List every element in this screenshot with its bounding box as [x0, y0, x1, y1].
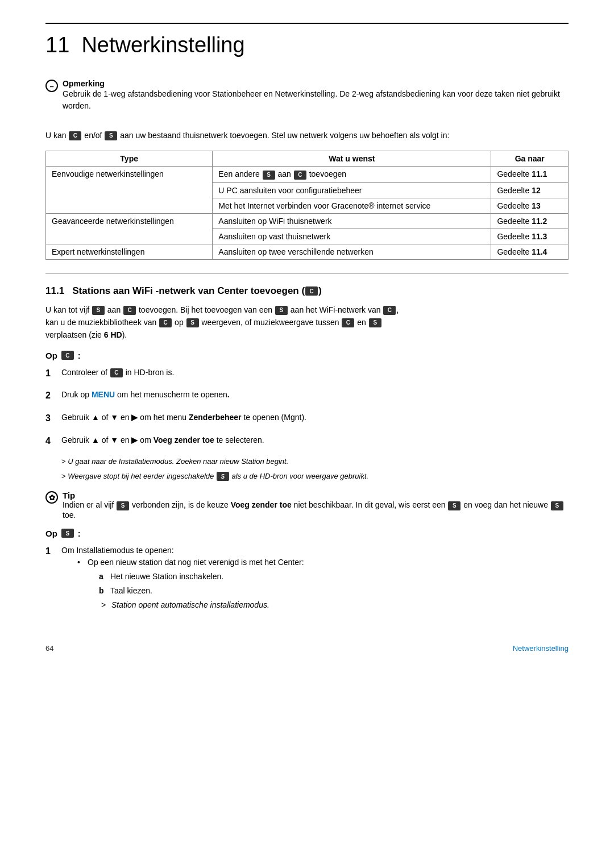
- section-11-1-title: 11.1 Stations aan WiFi -netwerk van Cent…: [45, 285, 569, 297]
- table-row: Geavanceerde netwerkinstellingen Aanslui…: [46, 213, 569, 229]
- wat-3: Met het Internet verbinden voor Gracenot…: [213, 198, 491, 213]
- note-title: Opmerking: [63, 79, 569, 88]
- sub-result-arrow: >: [101, 599, 111, 611]
- device-s-b4: S: [369, 318, 381, 327]
- sub-item-a: a Het nieuwe Station inschakelen.: [99, 571, 304, 583]
- sub-list: a Het nieuwe Station inschakelen. b Taal…: [99, 571, 304, 611]
- device-s-b1: S: [92, 306, 105, 315]
- op-c-heading: Op C :: [45, 351, 569, 360]
- step-text-3: Gebruik ▲ of ▼ en ▶ om het menu Zenderbe…: [61, 411, 306, 423]
- device-c-b4: C: [342, 318, 354, 327]
- sub-text-a: Het nieuwe Station inschakelen.: [110, 571, 223, 583]
- step-text-2: Druk op MENU om het menuscherm te openen…: [61, 388, 230, 401]
- step-s-1: 1 Om Installatiemodus te openen: • Op ee…: [45, 544, 569, 617]
- overview-table: Type Wat u wenst Ga naar Eenvoudige netw…: [45, 151, 569, 259]
- naar-4: Gedeelte 11.2: [491, 213, 569, 229]
- table-row: Expert netwerkinstellingen Aansluiten op…: [46, 244, 569, 259]
- tip-box: ✿ Tip Indien er al vijf S verbonden zijn…: [45, 491, 569, 519]
- section-title-text: Stations aan WiFi -netwerk van Center to…: [72, 285, 305, 296]
- footer-section: Netwerkinstelling: [513, 644, 569, 653]
- wat-2: U PC aansluiten voor configuratiebeheer: [213, 182, 491, 198]
- type-expert: Expert netwerkinstellingen: [46, 244, 213, 259]
- device-s-heading: S: [61, 529, 74, 538]
- divider: [45, 273, 569, 274]
- page-title: 11 Netwerkinstelling: [45, 23, 569, 63]
- device-s-intro: S: [105, 131, 117, 140]
- intro-text: U kan C en/of S aan uw bestaand thuisnet…: [45, 129, 569, 142]
- naar-1: Gedeelte 11.1: [491, 167, 569, 182]
- step-s-num-1: 1: [45, 544, 61, 559]
- alpha-b: b: [99, 585, 110, 597]
- bullet-item-1: • Op een nieuw station dat nog niet vere…: [77, 556, 304, 613]
- op-c-colon: :: [78, 351, 81, 360]
- section-body: U kan tot vijf S aan C toevoegen. Bij he…: [45, 304, 569, 342]
- device-s-b3: S: [186, 318, 199, 327]
- col-type: Type: [46, 151, 213, 167]
- result-line-1: U gaat naar de Installatiemodus. Zoeken …: [61, 456, 569, 467]
- op-c-label: Op: [45, 351, 57, 360]
- tip-label: Tip: [63, 491, 75, 500]
- sub-result: > Station opent automatische installatie…: [101, 599, 304, 611]
- note-text: Gebruik de 1-weg afstandsbediening voor …: [63, 88, 569, 112]
- step-c-2: 2 Druk op MENU om het menuscherm te open…: [45, 388, 569, 403]
- note-box: – Opmerking Gebruik de 1-weg afstandsbed…: [45, 79, 569, 112]
- device-s-tip: S: [117, 501, 129, 510]
- step-s-text-1: Om Installatiemodus te openen:: [61, 546, 174, 555]
- intro-after: aan uw bestaand thuisnetwerk toevoegen. …: [120, 131, 449, 140]
- tip-icon: ✿: [45, 491, 58, 504]
- sub-text-b: Taal kiezen.: [110, 585, 152, 597]
- wat-5: Aansluiten op vast thuisnetwerk: [213, 229, 491, 244]
- page-number: 64: [45, 644, 53, 653]
- step-c-3: 3 Gebruik ▲ of ▼ en ▶ om het menu Zender…: [45, 411, 569, 426]
- tip-text: Indien er al vijf S verbonden zijn, is d…: [63, 500, 564, 519]
- step-text-4: Gebruik ▲ of ▼ en ▶ om Voeg zender toe t…: [61, 434, 264, 446]
- footer: 64 Netwerkinstelling: [45, 639, 569, 653]
- device-s-tip2: S: [448, 501, 460, 510]
- type-geavanceerde: Geavanceerde netwerkinstellingen: [46, 213, 213, 244]
- section-title-close: ): [318, 285, 322, 296]
- op-s-label: Op: [45, 529, 57, 538]
- wat-6: Aansluiten op twee verschillende netwerk…: [213, 244, 491, 259]
- op-s-colon: :: [78, 529, 81, 538]
- step-c-1: 1 Controleer of C in HD-bron is.: [45, 366, 569, 381]
- device-s-b2: S: [275, 306, 288, 315]
- section-number: 11.1: [45, 285, 64, 296]
- step-c-4: 4 Gebruik ▲ of ▼ en ▶ om Voeg zender toe…: [45, 434, 569, 448]
- device-c-s1: C: [110, 368, 123, 377]
- naar-6: Gedeelte 11.4: [491, 244, 569, 259]
- col-wat: Wat u wenst: [213, 151, 491, 167]
- naar-5: Gedeelte 11.3: [491, 229, 569, 244]
- step-num-1: 1: [45, 366, 61, 381]
- note-icon: –: [45, 80, 58, 92]
- step-num-4: 4: [45, 434, 61, 448]
- steps-s-list: 1 Om Installatiemodus te openen: • Op ee…: [45, 544, 569, 617]
- steps-c-list: 1 Controleer of C in HD-bron is. 2 Druk …: [45, 366, 569, 448]
- step-text-1: Controleer of C in HD-bron is.: [61, 366, 174, 379]
- table-row: Eenvoudige netwerkinstellingen Een ander…: [46, 167, 569, 182]
- device-c-heading: C: [61, 351, 74, 360]
- device-c-b2: C: [383, 306, 396, 315]
- device-s-result: S: [217, 472, 229, 481]
- device-s-tip3: S: [551, 501, 563, 510]
- type-eenvoudige: Eenvoudige netwerkinstellingen: [46, 167, 213, 213]
- device-c-t1: C: [294, 171, 306, 180]
- bullet-dot: •: [77, 556, 88, 568]
- alpha-a: a: [99, 571, 110, 583]
- step-num-3: 3: [45, 411, 61, 426]
- naar-2: Gedeelte 12: [491, 182, 569, 198]
- device-c-b3: C: [159, 318, 172, 327]
- col-naar: Ga naar: [491, 151, 569, 167]
- result-line-2: Weergave stopt bij het eerder ingeschake…: [61, 471, 569, 482]
- sub-item-b: b Taal kiezen.: [99, 585, 304, 597]
- naar-3: Gedeelte 13: [491, 198, 569, 213]
- device-s-t1: S: [263, 171, 275, 180]
- op-s-heading: Op S :: [45, 529, 569, 538]
- intro-mid: en/of: [84, 131, 104, 140]
- device-c-title: C: [305, 286, 318, 296]
- device-c-intro: C: [69, 131, 81, 140]
- bullet-list-1: • Op een nieuw station dat nog niet vere…: [77, 556, 304, 613]
- menu-word: MENU: [92, 390, 115, 399]
- bullet-text-1: Op een nieuw station dat nog niet vereni…: [88, 558, 304, 567]
- sub-result-text: Station opent automatische installatiemo…: [111, 599, 269, 611]
- wat-1: Een andere S aan C toevoegen: [213, 167, 491, 182]
